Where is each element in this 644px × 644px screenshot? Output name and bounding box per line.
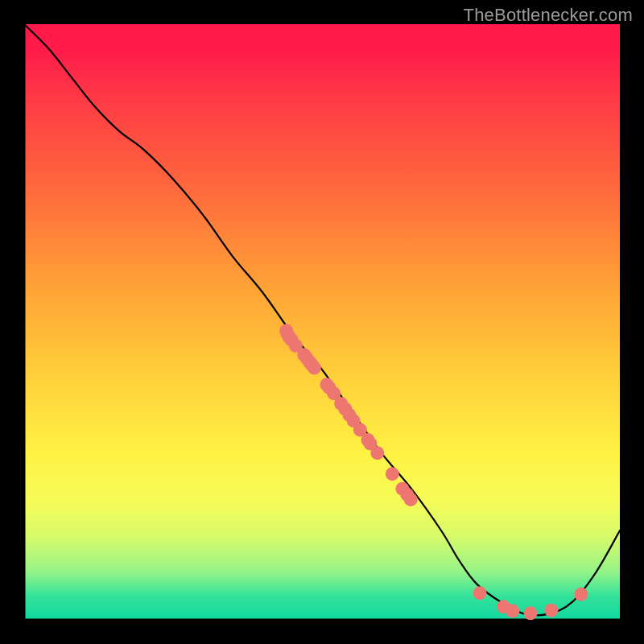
data-point: [544, 604, 558, 617]
data-point: [370, 446, 384, 460]
chart-overlay: [24, 24, 620, 620]
data-point: [574, 588, 588, 601]
plot-area: [24, 24, 620, 620]
data-points: [279, 324, 588, 620]
watermark-text: TheBottlenecker.com: [464, 5, 633, 26]
bottleneck-curve: [24, 24, 620, 616]
data-point: [404, 493, 418, 506]
data-point: [524, 606, 538, 620]
data-point: [506, 604, 519, 617]
data-point: [386, 467, 399, 481]
data-point: [308, 361, 321, 374]
data-point: [473, 586, 487, 600]
chart-stage: TheBottlenecker.com: [0, 0, 644, 644]
